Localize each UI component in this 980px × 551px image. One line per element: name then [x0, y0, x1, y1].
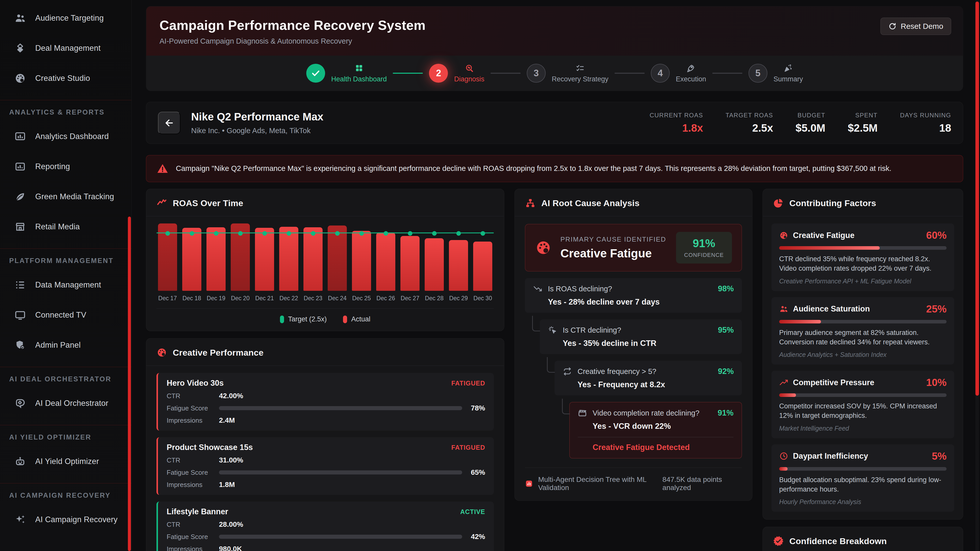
factor-source: Creative Performance API + ML Fatigue Mo… — [779, 278, 947, 285]
sidebar-item-data-management[interactable]: Data Management — [0, 270, 131, 300]
palette-icon — [779, 231, 788, 240]
confidence-box: 91% CONFIDENCE — [676, 232, 732, 264]
sidebar-item-label: AI Yield Optimizer — [35, 457, 99, 466]
target-dot — [408, 231, 412, 236]
page-scrollbar-thumb[interactable] — [975, 2, 979, 395]
sidebar-item-green-media[interactable]: Green Media Tracking — [0, 182, 131, 212]
root-cause-body: PRIMARY CAUSE IDENTIFIED Creative Fatigu… — [515, 216, 752, 500]
node-answer: Yes - Frequency at 8.2x — [578, 380, 734, 389]
factor-source: Audience Analytics + Saturation Index — [779, 351, 947, 359]
step-summary[interactable]: 5 Summary — [749, 64, 803, 83]
decision-tree-icon — [525, 198, 536, 208]
step-execution[interactable]: 4 Execution — [651, 64, 706, 83]
step-circle: 5 — [749, 64, 767, 83]
sidebar-item-ai-deal-orchestrator[interactable]: AI Deal Orchestrator — [0, 388, 131, 418]
palette-icon — [156, 347, 167, 358]
node-question: Creative frequency > 5? — [578, 367, 656, 376]
reset-demo-button[interactable]: Reset Demo — [880, 17, 951, 35]
bar-actual — [352, 231, 371, 291]
legend-actual[interactable]: Actual — [343, 315, 370, 323]
step-diagnosis[interactable]: 2 Diagnosis — [429, 64, 484, 83]
data-list-icon — [14, 279, 26, 291]
panel-title: Confidence Breakdown — [789, 536, 887, 546]
stepper-connector — [712, 73, 742, 74]
sidebar-section-campaign-recovery: AI CAMPAIGN RECOVERY — [0, 489, 131, 505]
sidebar-item-retail-media[interactable]: Retail Media — [0, 212, 131, 242]
factor-creative-fatigue: Creative Fatigue 60% CTR declined 35% wh… — [772, 224, 954, 291]
arrow-left-icon — [164, 118, 175, 128]
workflow-stepper: Health Dashboard 2 Diagnosis 3 Recovery … — [146, 56, 963, 91]
x-tick-label: Dec 20 — [231, 295, 250, 302]
bar-actual — [182, 228, 201, 291]
factor-bar-track — [779, 320, 947, 324]
back-button[interactable] — [158, 112, 180, 134]
report-chart-icon — [14, 161, 26, 172]
sidebar-item-deal-management[interactable]: Deal Management — [0, 33, 131, 63]
factors-list: Creative Fatigue 60% CTR declined 35% wh… — [763, 216, 963, 519]
bar-actual — [401, 236, 420, 291]
factor-weight: 60% — [926, 230, 947, 241]
primary-cause-label: PRIMARY CAUSE IDENTIFIED — [560, 235, 666, 243]
step-label: Recovery Strategy — [552, 75, 608, 83]
ctr-value: 42.00% — [219, 392, 243, 400]
node-confidence: 98% — [718, 284, 734, 293]
sidebar-item-ai-yield-optimizer[interactable]: AI Yield Optimizer — [0, 446, 131, 476]
palette-icon — [535, 239, 552, 256]
stat-value: 1.8x — [649, 122, 703, 134]
stat-value: $5.0M — [795, 122, 825, 134]
sidebar-item-audience-targeting[interactable]: Audience Targeting — [0, 3, 131, 33]
sidebar-item-connected-tv[interactable]: Connected TV — [0, 300, 131, 330]
panel-title: Contributing Factors — [789, 198, 876, 208]
refresh-icon — [888, 22, 897, 30]
x-tick-label: Dec 26 — [376, 295, 395, 302]
x-tick-label: Dec 29 — [449, 295, 468, 302]
sidebar-item-label: AI Campaign Recovery — [35, 515, 118, 524]
x-tick-label: Dec 22 — [279, 295, 298, 302]
stepper-connector — [393, 73, 423, 74]
bar-actual — [207, 227, 226, 291]
factor-bar-track — [779, 393, 947, 397]
palette-icon — [14, 73, 26, 84]
legend-swatch-actual — [343, 316, 347, 323]
sidebar-item-reporting[interactable]: Reporting — [0, 151, 131, 182]
sidebar-item-label: Retail Media — [35, 222, 80, 231]
target-dot — [165, 231, 170, 236]
robot-icon — [14, 456, 26, 467]
x-tick-label: Dec 30 — [473, 295, 492, 302]
node-confidence: 92% — [718, 367, 734, 376]
node-answer: Yes - 28% decline over 7 days — [548, 297, 734, 306]
step-circle: 3 — [527, 64, 546, 83]
target-dot — [262, 231, 267, 236]
sidebar-item-ai-campaign-recovery[interactable]: AI Campaign Recovery — [0, 505, 131, 535]
sidebar-scrollbar-thumb[interactable] — [128, 217, 131, 551]
checklist-icon — [576, 64, 585, 73]
legend-swatch-target — [280, 316, 284, 323]
legend-target[interactable]: Target (2.5x) — [280, 315, 327, 323]
confidence-caption: CONFIDENCE — [684, 252, 724, 259]
ctr-value: 31.00% — [219, 456, 243, 464]
node-answer: Yes - 35% decline in CTR — [563, 339, 734, 348]
creative-name: Lifestyle Banner — [167, 507, 228, 516]
target-dot — [311, 231, 315, 236]
fatigue-value: 78% — [462, 404, 485, 412]
factor-bar-fill — [779, 467, 788, 471]
status-badge: FATIGUED — [451, 380, 485, 387]
target-dot — [286, 231, 291, 236]
roas-plot — [156, 223, 494, 291]
step-health-dashboard[interactable]: Health Dashboard — [306, 64, 387, 83]
node-question: Is CTR declining? — [563, 326, 621, 334]
sidebar-item-creative-studio[interactable]: Creative Studio — [0, 63, 131, 94]
bar-actual — [279, 227, 298, 291]
clock-icon — [779, 451, 788, 461]
step-recovery-strategy[interactable]: 3 Recovery Strategy — [527, 64, 608, 83]
stat-budget: BUDGET $5.0M — [795, 112, 825, 134]
target-dot — [480, 231, 485, 236]
roas-x-axis: Dec 17Dec 18Dec 19Dec 20Dec 21Dec 22Dec … — [156, 295, 494, 302]
sidebar-item-label: Admin Panel — [35, 341, 81, 350]
stat-target-roas: TARGET ROAS 2.5x — [725, 112, 773, 134]
sidebar-item-analytics-dashboard[interactable]: Analytics Dashboard — [0, 121, 131, 151]
trending-down-icon — [533, 284, 542, 293]
sidebar-section-yield-optimizer: AI YIELD OPTIMIZER — [0, 431, 131, 446]
sidebar-item-admin-panel[interactable]: Admin Panel — [0, 330, 131, 360]
tree-node-ctr: Is CTR declining? 95% Yes - 35% decline … — [540, 319, 742, 354]
